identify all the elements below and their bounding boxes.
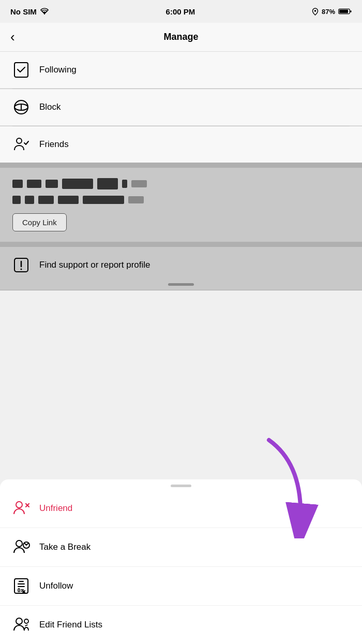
- sheet-handle-indicator: [168, 283, 194, 286]
- friends-icon: [12, 136, 30, 153]
- sheet-item-take-a-break[interactable]: Take a Break: [0, 528, 362, 567]
- redacted-block: [97, 178, 118, 189]
- unfriend-icon: [12, 500, 30, 517]
- copy-link-button[interactable]: Copy Link: [12, 213, 67, 231]
- take-a-break-label: Take a Break: [39, 542, 90, 552]
- following-label: Following: [39, 65, 77, 75]
- status-time: 6:00 PM: [166, 7, 195, 16]
- redacted-block: [12, 180, 23, 188]
- redacted-block: [58, 196, 79, 204]
- edit-friend-lists-icon: [12, 616, 30, 634]
- svg-point-12: [21, 269, 22, 270]
- menu-item-following[interactable]: Following: [0, 52, 362, 89]
- sheet-item-unfollow[interactable]: Unfollow: [0, 567, 362, 606]
- svg-point-9: [17, 138, 22, 143]
- bottom-sheet: Unfriend Take a Break Unfollow: [0, 479, 362, 644]
- redacted-block: [62, 179, 93, 189]
- sheet-item-unfriend[interactable]: Unfriend: [0, 489, 362, 528]
- following-icon: [12, 61, 30, 79]
- alert-icon: [12, 256, 30, 274]
- profile-link-section: Copy Link: [0, 168, 362, 242]
- redacted-block: [131, 180, 147, 187]
- back-button[interactable]: ‹: [10, 29, 15, 45]
- carrier-label: No SIM: [10, 7, 37, 16]
- svg-point-0: [44, 13, 45, 14]
- menu-item-friends[interactable]: Friends: [0, 126, 362, 163]
- status-left: No SIM: [10, 7, 49, 16]
- redacted-block: [46, 180, 58, 188]
- top-nav: ‹ Manage: [0, 23, 362, 52]
- friends-label: Friends: [39, 139, 69, 150]
- find-support-item[interactable]: Find support or report profile: [0, 247, 362, 283]
- svg-point-28: [24, 619, 28, 623]
- redacted-block: [27, 180, 41, 188]
- status-right: 87%: [312, 8, 352, 16]
- section-divider-1: [0, 163, 362, 168]
- svg-rect-24: [18, 589, 20, 592]
- location-icon: [312, 8, 319, 16]
- redacted-block: [25, 196, 34, 204]
- svg-rect-3: [350, 10, 351, 12]
- redacted-block: [12, 196, 21, 204]
- block-label: Block: [39, 102, 61, 112]
- redacted-block: [38, 196, 54, 204]
- svg-rect-5: [14, 63, 28, 77]
- unfollow-icon: [12, 577, 30, 595]
- redacted-block: [128, 196, 144, 203]
- unfollow-label: Unfollow: [39, 581, 73, 591]
- block-icon: [12, 98, 30, 116]
- redacted-block: [83, 196, 124, 204]
- find-support-section: Find support or report profile: [0, 247, 362, 290]
- find-support-label: Find support or report profile: [39, 260, 150, 270]
- redacted-line-2: [12, 196, 350, 204]
- section-divider-2: [0, 242, 362, 247]
- svg-point-16: [16, 540, 22, 547]
- unfriend-label: Unfriend: [39, 503, 72, 514]
- svg-point-27: [16, 618, 22, 624]
- sheet-item-edit-friend-lists[interactable]: Edit Friend Lists: [0, 606, 362, 644]
- redacted-line-1: [12, 178, 350, 189]
- wifi-icon: [40, 8, 49, 15]
- take-a-break-icon: [12, 538, 30, 556]
- svg-rect-4: [339, 10, 348, 13]
- battery-icon: [338, 8, 352, 15]
- status-bar: No SIM 6:00 PM 87%: [0, 0, 362, 23]
- menu-item-block[interactable]: Block: [0, 89, 362, 126]
- manage-section: Following Block Friends: [0, 52, 362, 163]
- edit-friend-lists-label: Edit Friend Lists: [39, 620, 102, 630]
- svg-line-29: [25, 625, 27, 626]
- svg-point-13: [16, 502, 22, 508]
- sheet-drag-handle: [171, 485, 191, 487]
- battery-percent: 87%: [322, 8, 335, 16]
- page-title: Manage: [163, 32, 198, 42]
- svg-point-1: [314, 10, 316, 12]
- redacted-block: [122, 180, 127, 188]
